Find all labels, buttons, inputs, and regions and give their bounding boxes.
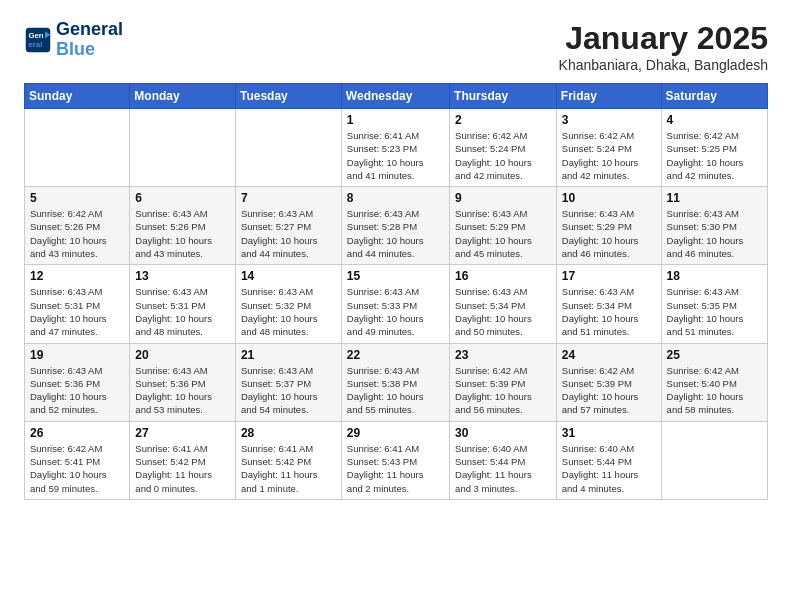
day-info: Sunrise: 6:41 AMSunset: 5:42 PMDaylight:… — [135, 442, 230, 495]
calendar-cell: 8Sunrise: 6:43 AMSunset: 5:28 PMDaylight… — [341, 187, 449, 265]
calendar-cell: 15Sunrise: 6:43 AMSunset: 5:33 PMDayligh… — [341, 265, 449, 343]
day-info: Sunrise: 6:43 AMSunset: 5:36 PMDaylight:… — [30, 364, 124, 417]
day-number: 22 — [347, 348, 444, 362]
day-number: 13 — [135, 269, 230, 283]
day-number: 17 — [562, 269, 656, 283]
day-number: 9 — [455, 191, 551, 205]
calendar-week-row: 19Sunrise: 6:43 AMSunset: 5:36 PMDayligh… — [25, 343, 768, 421]
day-info: Sunrise: 6:43 AMSunset: 5:29 PMDaylight:… — [455, 207, 551, 260]
day-number: 25 — [667, 348, 762, 362]
page-header: Gen eral GeneralBlue January 2025 Khanba… — [24, 20, 768, 73]
day-number: 26 — [30, 426, 124, 440]
calendar-cell: 5Sunrise: 6:42 AMSunset: 5:26 PMDaylight… — [25, 187, 130, 265]
day-info: Sunrise: 6:42 AMSunset: 5:40 PMDaylight:… — [667, 364, 762, 417]
calendar-week-row: 12Sunrise: 6:43 AMSunset: 5:31 PMDayligh… — [25, 265, 768, 343]
day-number: 29 — [347, 426, 444, 440]
day-info: Sunrise: 6:43 AMSunset: 5:27 PMDaylight:… — [241, 207, 336, 260]
calendar-cell: 30Sunrise: 6:40 AMSunset: 5:44 PMDayligh… — [450, 421, 557, 499]
day-number: 20 — [135, 348, 230, 362]
day-info: Sunrise: 6:41 AMSunset: 5:42 PMDaylight:… — [241, 442, 336, 495]
day-info: Sunrise: 6:43 AMSunset: 5:31 PMDaylight:… — [30, 285, 124, 338]
day-header-tuesday: Tuesday — [235, 84, 341, 109]
calendar-cell — [130, 109, 236, 187]
calendar-cell: 16Sunrise: 6:43 AMSunset: 5:34 PMDayligh… — [450, 265, 557, 343]
calendar-cell: 17Sunrise: 6:43 AMSunset: 5:34 PMDayligh… — [556, 265, 661, 343]
calendar-cell: 25Sunrise: 6:42 AMSunset: 5:40 PMDayligh… — [661, 343, 767, 421]
day-info: Sunrise: 6:42 AMSunset: 5:24 PMDaylight:… — [455, 129, 551, 182]
day-header-wednesday: Wednesday — [341, 84, 449, 109]
calendar-cell: 11Sunrise: 6:43 AMSunset: 5:30 PMDayligh… — [661, 187, 767, 265]
month-title: January 2025 — [559, 20, 768, 57]
calendar-cell: 24Sunrise: 6:42 AMSunset: 5:39 PMDayligh… — [556, 343, 661, 421]
calendar-week-row: 5Sunrise: 6:42 AMSunset: 5:26 PMDaylight… — [25, 187, 768, 265]
calendar-cell: 13Sunrise: 6:43 AMSunset: 5:31 PMDayligh… — [130, 265, 236, 343]
day-info: Sunrise: 6:42 AMSunset: 5:41 PMDaylight:… — [30, 442, 124, 495]
logo-text: GeneralBlue — [56, 20, 123, 60]
calendar-header-row: SundayMondayTuesdayWednesdayThursdayFrid… — [25, 84, 768, 109]
day-number: 1 — [347, 113, 444, 127]
svg-text:eral: eral — [28, 40, 42, 49]
day-info: Sunrise: 6:43 AMSunset: 5:36 PMDaylight:… — [135, 364, 230, 417]
day-number: 3 — [562, 113, 656, 127]
calendar-cell: 4Sunrise: 6:42 AMSunset: 5:25 PMDaylight… — [661, 109, 767, 187]
calendar-cell: 10Sunrise: 6:43 AMSunset: 5:29 PMDayligh… — [556, 187, 661, 265]
calendar-cell: 31Sunrise: 6:40 AMSunset: 5:44 PMDayligh… — [556, 421, 661, 499]
calendar-cell: 12Sunrise: 6:43 AMSunset: 5:31 PMDayligh… — [25, 265, 130, 343]
calendar-cell: 3Sunrise: 6:42 AMSunset: 5:24 PMDaylight… — [556, 109, 661, 187]
calendar-cell: 6Sunrise: 6:43 AMSunset: 5:26 PMDaylight… — [130, 187, 236, 265]
calendar-cell: 1Sunrise: 6:41 AMSunset: 5:23 PMDaylight… — [341, 109, 449, 187]
day-number: 7 — [241, 191, 336, 205]
day-info: Sunrise: 6:40 AMSunset: 5:44 PMDaylight:… — [455, 442, 551, 495]
day-number: 16 — [455, 269, 551, 283]
day-header-saturday: Saturday — [661, 84, 767, 109]
calendar-cell: 21Sunrise: 6:43 AMSunset: 5:37 PMDayligh… — [235, 343, 341, 421]
calendar-cell: 22Sunrise: 6:43 AMSunset: 5:38 PMDayligh… — [341, 343, 449, 421]
day-info: Sunrise: 6:40 AMSunset: 5:44 PMDaylight:… — [562, 442, 656, 495]
day-info: Sunrise: 6:43 AMSunset: 5:37 PMDaylight:… — [241, 364, 336, 417]
day-number: 5 — [30, 191, 124, 205]
day-info: Sunrise: 6:43 AMSunset: 5:38 PMDaylight:… — [347, 364, 444, 417]
day-number: 12 — [30, 269, 124, 283]
calendar-cell: 19Sunrise: 6:43 AMSunset: 5:36 PMDayligh… — [25, 343, 130, 421]
day-info: Sunrise: 6:42 AMSunset: 5:24 PMDaylight:… — [562, 129, 656, 182]
day-number: 14 — [241, 269, 336, 283]
day-number: 27 — [135, 426, 230, 440]
day-info: Sunrise: 6:41 AMSunset: 5:23 PMDaylight:… — [347, 129, 444, 182]
day-info: Sunrise: 6:43 AMSunset: 5:34 PMDaylight:… — [562, 285, 656, 338]
day-number: 10 — [562, 191, 656, 205]
day-number: 4 — [667, 113, 762, 127]
calendar-cell: 28Sunrise: 6:41 AMSunset: 5:42 PMDayligh… — [235, 421, 341, 499]
day-info: Sunrise: 6:43 AMSunset: 5:32 PMDaylight:… — [241, 285, 336, 338]
calendar-cell — [661, 421, 767, 499]
day-number: 28 — [241, 426, 336, 440]
day-header-thursday: Thursday — [450, 84, 557, 109]
day-number: 19 — [30, 348, 124, 362]
day-header-monday: Monday — [130, 84, 236, 109]
day-number: 24 — [562, 348, 656, 362]
day-info: Sunrise: 6:43 AMSunset: 5:30 PMDaylight:… — [667, 207, 762, 260]
calendar-cell — [25, 109, 130, 187]
day-info: Sunrise: 6:42 AMSunset: 5:26 PMDaylight:… — [30, 207, 124, 260]
day-number: 21 — [241, 348, 336, 362]
calendar-week-row: 1Sunrise: 6:41 AMSunset: 5:23 PMDaylight… — [25, 109, 768, 187]
calendar-week-row: 26Sunrise: 6:42 AMSunset: 5:41 PMDayligh… — [25, 421, 768, 499]
calendar-cell: 18Sunrise: 6:43 AMSunset: 5:35 PMDayligh… — [661, 265, 767, 343]
day-header-sunday: Sunday — [25, 84, 130, 109]
calendar-cell: 14Sunrise: 6:43 AMSunset: 5:32 PMDayligh… — [235, 265, 341, 343]
day-number: 11 — [667, 191, 762, 205]
day-info: Sunrise: 6:42 AMSunset: 5:25 PMDaylight:… — [667, 129, 762, 182]
calendar-cell — [235, 109, 341, 187]
calendar-cell: 20Sunrise: 6:43 AMSunset: 5:36 PMDayligh… — [130, 343, 236, 421]
day-info: Sunrise: 6:43 AMSunset: 5:31 PMDaylight:… — [135, 285, 230, 338]
calendar-cell: 27Sunrise: 6:41 AMSunset: 5:42 PMDayligh… — [130, 421, 236, 499]
calendar-cell: 23Sunrise: 6:42 AMSunset: 5:39 PMDayligh… — [450, 343, 557, 421]
day-info: Sunrise: 6:43 AMSunset: 5:28 PMDaylight:… — [347, 207, 444, 260]
logo-icon: Gen eral — [24, 26, 52, 54]
day-number: 8 — [347, 191, 444, 205]
calendar-cell: 26Sunrise: 6:42 AMSunset: 5:41 PMDayligh… — [25, 421, 130, 499]
calendar-cell: 9Sunrise: 6:43 AMSunset: 5:29 PMDaylight… — [450, 187, 557, 265]
day-number: 6 — [135, 191, 230, 205]
day-info: Sunrise: 6:42 AMSunset: 5:39 PMDaylight:… — [562, 364, 656, 417]
day-info: Sunrise: 6:42 AMSunset: 5:39 PMDaylight:… — [455, 364, 551, 417]
svg-text:Gen: Gen — [28, 31, 43, 40]
